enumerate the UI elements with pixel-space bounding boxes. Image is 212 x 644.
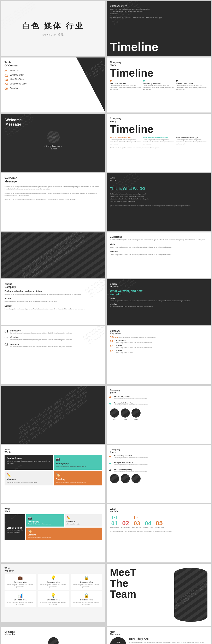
slide-image-2: DROP IMAGE HERE DROP IMAGE HERE IMAGE HE… bbox=[1, 386, 106, 444]
welcome-person: - Andy Murray = bbox=[5, 145, 101, 148]
innov-item-1: 01 Innovative Lorem integrated business … bbox=[4, 330, 102, 334]
welcome-avatar: DROP IMAGE HERE bbox=[47, 131, 60, 143]
milestone-3: 2016: Keep Grow and Bigger Lorem integra… bbox=[176, 136, 208, 145]
slide-story-timeline: Companystory Timeline Start The Journey … bbox=[106, 58, 211, 112]
title-subtitle: keynote 模版 bbox=[42, 33, 64, 36]
cs2-item-3: We support the journey Lorem integrated … bbox=[114, 469, 208, 472]
wm-body-text: Suitable for all categories business and… bbox=[4, 186, 102, 190]
section-mission: Mission Lorem integrated business and pe… bbox=[110, 250, 208, 256]
slide-title: DROP IMAGE HERE DROP IMAGEDROP IMAGE HER… bbox=[1, 1, 106, 56]
slide-company-story2: CompanyStory We recruiting new staff Lor… bbox=[106, 445, 211, 503]
slide-innovative: DROP IMAGE HEREIMAGE HERE DROPHERE DROP … bbox=[1, 326, 106, 384]
timeline-item-2: Recruiting New Staff Lorem integrated bu… bbox=[143, 80, 175, 90]
about-background: Background and general presentation Suit… bbox=[4, 290, 102, 295]
wwo-num-03: ⬡ 03 Business Idea bbox=[132, 515, 141, 528]
section-background: Background Suitable for all categories b… bbox=[110, 236, 208, 241]
slide-company-hierarchy: Companyhierarchy Thomas Burn CEO Rudy Ta… bbox=[1, 627, 106, 644]
cs2-circle-2 bbox=[121, 474, 130, 484]
ceo-avatar bbox=[48, 637, 59, 644]
milestone-2: 2015: Reach 1 Million Customer Lorem int… bbox=[143, 136, 175, 145]
wm-body-text3: Suitable for all categories business and… bbox=[4, 198, 102, 200]
wwo-num-01: ● 01 Business Idea bbox=[110, 515, 119, 528]
meet2-header: MeetThe team bbox=[110, 630, 208, 636]
slide-company-story-circles: CompanyStory We start the journey Lorem … bbox=[106, 386, 211, 444]
slide-meet-team2: MeetThe team WeTheTeam Here They Are Sui… bbox=[106, 627, 211, 644]
slide-toc: DROP IMAGE HEREIMAGE HERE DROPHERE DROP … bbox=[1, 58, 106, 112]
cs-item-2: We move to better office Lorem integrate… bbox=[114, 402, 208, 406]
slide-what-we-do-cards1: WhatWe do DROP IMAGE HERE Graphic Design… bbox=[1, 445, 106, 503]
cs-header: CompanyStory bbox=[110, 389, 208, 394]
innov-item-3: 03 Awesome Lorem integrated business and… bbox=[4, 343, 102, 348]
wwd3-header: WhatWe do bbox=[4, 508, 102, 513]
wwo-num-04: 04 Business Idea bbox=[143, 520, 153, 528]
vm-vision: Vision Lorem integrated business and per… bbox=[110, 298, 208, 302]
slide-image-1: DROP IMAGE HERE DROP IMAGE HERE IMAGE HE… bbox=[1, 232, 106, 278]
meet2-desc: Suitable for all categories business and… bbox=[129, 641, 208, 644]
innov-item-2: 02 Creative Lorem integrated business an… bbox=[4, 336, 102, 341]
vm-tagline: What we want, and howwe get it. bbox=[110, 289, 208, 296]
title-cn: 白色 媒体 行业 bbox=[22, 21, 84, 31]
cs-circle-2: 2015 bbox=[121, 408, 130, 420]
service2-vision: ✏️ Visionary Able to do the magic bbox=[65, 514, 102, 526]
section-vision: Vision Lorem integrated business and per… bbox=[110, 243, 208, 248]
welcome-title: WelcomeMessage bbox=[5, 118, 101, 126]
slide-what-we-offer-cards: WhatWe offer 💼 Business Idea Lorem integ… bbox=[1, 564, 106, 622]
slide-story-timeline2: Companystory Timeline 2014: Move with Ne… bbox=[106, 114, 211, 172]
timeline-big: Timeline bbox=[110, 68, 208, 78]
wm-body-title: WelcomeMessage bbox=[4, 176, 102, 183]
cs2-item-2: We report with new CEO Lorem integrated … bbox=[114, 462, 208, 466]
cs-circle-1: 2014 bbox=[110, 408, 119, 420]
service-brand: 🏷️ Branding Able to do the magic. We gua… bbox=[54, 471, 102, 486]
ckv-item-different: Different Lorem integrated business and … bbox=[110, 336, 208, 338]
slide-welcome: DROP IMAGE HERE DROPIMAGE HERE DROP IMAG… bbox=[1, 114, 106, 172]
about-vision: Vision Lorem integrated business and per… bbox=[4, 298, 102, 302]
offer-card-3: 🔒 Business Idea Lorem integrated busines… bbox=[71, 574, 102, 590]
wwo-num-02: 02 Business Idea bbox=[121, 520, 130, 528]
wm-body-text2: Suitable for all categories business and… bbox=[4, 192, 102, 197]
slide-what-we-do: DROP IMAGE HERE DROPIMAGE HERE DROP IMAG… bbox=[106, 173, 211, 231]
wwo-header: WhatWe Offer bbox=[110, 508, 208, 513]
story-label: Company Story bbox=[110, 4, 208, 7]
timeline-item-1: Start The Journey Lorem integrated busin… bbox=[110, 80, 141, 90]
hier-header: Companyhierarchy bbox=[4, 630, 102, 636]
timeline2-big: Timeline bbox=[110, 124, 208, 134]
timeline-item-3: Move to New Office Lorem integrated busi… bbox=[176, 80, 208, 90]
we-circle: WeTheTeam bbox=[110, 637, 126, 644]
service-photo: 📷 Photography Able to do the magic, We g… bbox=[54, 455, 102, 470]
slide-company-story-dark: DROP IMAGE HERE DROPIMAGE HERE DROP IMAG… bbox=[106, 1, 211, 56]
slide-background-vision: Background Suitable for all categories b… bbox=[106, 232, 211, 278]
ckv-item-5: 05 On Time Lorem integrated business and… bbox=[110, 344, 208, 348]
cs2-item-1: We recruiting new staff Lorem integrated… bbox=[114, 455, 208, 459]
offer-card-5: 💡 Business Idea Lorem integrated busines… bbox=[38, 591, 69, 607]
wwd-quote: Ipsum dolor sit amet consectetur adipisc… bbox=[110, 204, 208, 207]
welcome-role: Founder bbox=[5, 148, 101, 150]
wwd-header: WhatWe do bbox=[110, 176, 208, 182]
story2-header: Companystory bbox=[110, 117, 208, 123]
story-header: Companystory bbox=[110, 61, 208, 66]
timeline-big-label: Timeline bbox=[110, 40, 158, 54]
service2-photo: 📷 Photography Able to do the magic, We g… bbox=[26, 514, 64, 526]
here-they-are: Here They Are bbox=[129, 637, 208, 640]
slide-welcome-body: WelcomeMessage Suitable for all categori… bbox=[1, 173, 106, 231]
cs2-header: CompanyStory bbox=[110, 448, 208, 453]
wwo2-header: WhatWe offer bbox=[4, 567, 102, 572]
slide-what-we-do-cards2: WhatWe do DROP IMAGE HERE Graphic Design… bbox=[1, 504, 106, 562]
offer-card-4: 📊 Business Idea Lorem integrated busines… bbox=[4, 591, 36, 607]
about-mission: Mission Lorem integrated business and pe… bbox=[4, 305, 102, 310]
vm-mission: Mission Suitable for all categories busi… bbox=[110, 303, 208, 308]
wwd2-header: WhatWe do bbox=[4, 448, 102, 453]
offer-card-6: 🔒 Business Idea Lorem integrated busines… bbox=[71, 591, 102, 607]
cs2-circle-1 bbox=[110, 474, 119, 484]
vm-header: VisionMission bbox=[110, 283, 208, 288]
ckv-item-4: 04 Professional Lorem integrated busines… bbox=[110, 340, 208, 344]
milestone-1: 2014: Move with New CEO Lorem integrated… bbox=[110, 136, 141, 145]
slide-vision-mission-big: DROP IMAGE HERE DROPIMAGE HERE DROP IMAG… bbox=[106, 279, 211, 325]
slide-meet-team-big: MeeTTheTeam DROP IMAGE HERE DROP IMAGE H… bbox=[106, 564, 211, 626]
wwo-num-05: 05 Business Idea bbox=[155, 520, 164, 528]
ckv-header: CompanyKey Value bbox=[110, 330, 208, 334]
wwd-desc: Suitable for all categories business and… bbox=[110, 193, 151, 203]
ckv-item-6: 06 On Time Lorem integrated business. bbox=[110, 350, 208, 354]
cs-item-1: We start the journey Lorem integrated bu… bbox=[114, 396, 208, 400]
cs2-circle-3 bbox=[131, 474, 141, 484]
slide-about-company: AboutCompany DROP IMAGE HEREIMAGE HERE D… bbox=[1, 279, 106, 325]
